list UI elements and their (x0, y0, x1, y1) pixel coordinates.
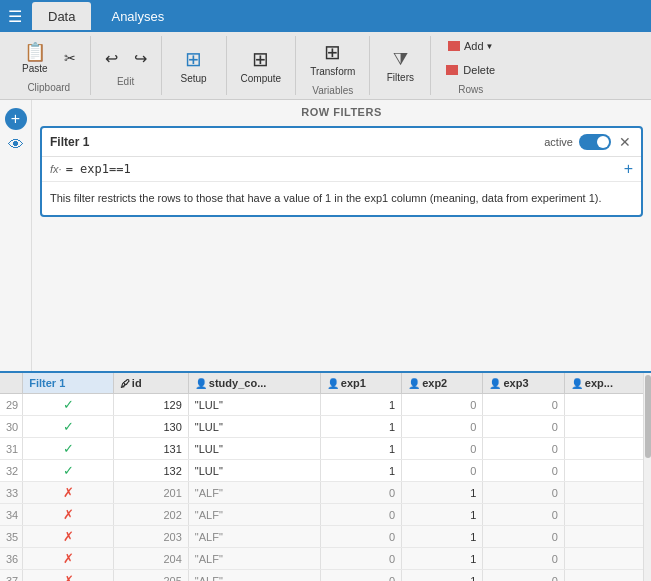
exp3-cell: 0 (483, 548, 564, 570)
cut-button[interactable]: ✂ (58, 46, 82, 70)
filter-cell: ✗ (23, 570, 114, 582)
rows-label: Rows (458, 84, 483, 95)
filter-active-label: active (544, 136, 573, 148)
rows-add-label: Add (464, 40, 484, 52)
row-number: 33 (0, 482, 23, 504)
scissors-icon: ✂ (64, 50, 76, 66)
table-row: 35✗203"ALF"010 (0, 526, 651, 548)
data-table: Filter 1 🖊id 👤study_co... 👤exp1 👤exp (0, 373, 651, 581)
exp2-cell: 1 (402, 526, 483, 548)
eye-icon: 👁 (8, 136, 24, 153)
table-scroll-area[interactable]: Filter 1 🖊id 👤study_co... 👤exp1 👤exp (0, 373, 651, 581)
undo-button[interactable]: ↩ (99, 45, 124, 72)
study-cell: "LUL" (188, 438, 320, 460)
toolbar-transform-group: ⊞ Transform Variables (296, 36, 370, 95)
toolbar-edit-group: ↩ ↪ Edit (91, 36, 162, 95)
row-number: 34 (0, 504, 23, 526)
filter-cell: ✗ (23, 548, 114, 570)
tab-data[interactable]: Data (32, 2, 91, 30)
study-col-icon: 👤 (195, 378, 207, 389)
exp4-cell (564, 482, 650, 504)
tab-analyses[interactable]: Analyses (95, 2, 180, 30)
setup-button[interactable]: ⊞ Setup (170, 43, 218, 88)
table-row: 34✗202"ALF"010 (0, 504, 651, 526)
formula-text: = exp1==1 (66, 162, 620, 176)
toolbar-compute-group: ⊞ Compute (227, 36, 297, 95)
exp3-cell: 0 (483, 416, 564, 438)
exp1-cell: 1 (320, 416, 401, 438)
check-icon: ✓ (63, 441, 74, 456)
exp3-col-icon: 👤 (489, 378, 501, 389)
exp3-cell: 0 (483, 394, 564, 416)
compute-button[interactable]: ⊞ Compute (235, 43, 288, 88)
exp2-cell: 1 (402, 570, 483, 582)
exp1-cell: 0 (320, 482, 401, 504)
study-cell: "LUL" (188, 394, 320, 416)
toolbar-filters-group: ⧩ Filters (370, 36, 431, 95)
formula-add-button[interactable]: + (624, 161, 633, 177)
filter-cell: ✓ (23, 416, 114, 438)
filter-toggle[interactable] (579, 134, 611, 150)
col-header-filter: Filter 1 (23, 373, 114, 394)
exp1-cell: 1 (320, 460, 401, 482)
redo-button[interactable]: ↪ (128, 45, 153, 72)
exp3-cell: 0 (483, 570, 564, 582)
check-icon: ✓ (63, 463, 74, 478)
exp2-cell: 0 (402, 460, 483, 482)
id-cell: 205 (113, 570, 188, 582)
cross-icon: ✗ (63, 507, 74, 522)
row-number: 29 (0, 394, 23, 416)
filter-cell: ✗ (23, 504, 114, 526)
cross-icon: ✗ (63, 573, 74, 581)
toolbar-setup-group: ⊞ Setup (162, 36, 227, 95)
toolbar-clipboard-group: 📋 Paste ✂ Clipboard (8, 36, 91, 95)
study-cell: "ALF" (188, 526, 320, 548)
rows-add-button[interactable]: Add ▼ (441, 36, 501, 56)
eye-button[interactable]: 👁 (8, 136, 24, 154)
row-num-header (0, 373, 23, 394)
filter-cell: ✓ (23, 460, 114, 482)
filters-button[interactable]: ⧩ Filters (378, 45, 422, 87)
upper-area: + 👁 ROW FILTERS Filter 1 active ✕ (0, 100, 651, 371)
row-number: 35 (0, 526, 23, 548)
exp3-cell: 0 (483, 482, 564, 504)
clipboard-label: Clipboard (27, 82, 70, 93)
add-filter-button[interactable]: + (5, 108, 27, 130)
filter-panel: ROW FILTERS Filter 1 active ✕ fx· = exp1… (32, 100, 651, 371)
filter-card: Filter 1 active ✕ fx· = exp1==1 + This f… (40, 126, 643, 217)
exp2-cell: 1 (402, 504, 483, 526)
exp2-cell: 0 (402, 394, 483, 416)
filter-icon: ⧩ (393, 49, 408, 70)
table-scrollbar[interactable] (643, 373, 651, 581)
filter-cell: ✗ (23, 526, 114, 548)
id-cell: 203 (113, 526, 188, 548)
exp1-cell: 1 (320, 394, 401, 416)
rows-delete-button[interactable]: Delete (439, 60, 502, 80)
main-area: + 👁 ROW FILTERS Filter 1 active ✕ (0, 100, 651, 581)
hamburger-icon[interactable]: ☰ (8, 7, 22, 26)
col-header-exp3: 👤exp3 (483, 373, 564, 394)
filter-close-button[interactable]: ✕ (617, 135, 633, 149)
row-number: 36 (0, 548, 23, 570)
id-cell: 204 (113, 548, 188, 570)
exp4-cell (564, 416, 650, 438)
id-cell: 202 (113, 504, 188, 526)
row-number: 32 (0, 460, 23, 482)
paste-button[interactable]: 📋 Paste (16, 39, 54, 78)
variables-label: Variables (312, 85, 353, 96)
transform-button[interactable]: ⊞ Transform (304, 36, 361, 81)
transform-label: Transform (310, 66, 355, 77)
table-row: 30✓130"LUL"100 (0, 416, 651, 438)
scrollbar-thumb (645, 375, 651, 458)
plus-icon: + (11, 110, 20, 128)
filter-panel-header: ROW FILTERS (32, 100, 651, 122)
filter-area: Filter 1 active ✕ fx· = exp1==1 + This f… (32, 122, 651, 371)
filter-cell: ✗ (23, 482, 114, 504)
study-cell: "ALF" (188, 504, 320, 526)
cross-icon: ✗ (63, 529, 74, 544)
filter-card-header: Filter 1 active ✕ (42, 128, 641, 157)
exp2-cell: 0 (402, 416, 483, 438)
row-number: 31 (0, 438, 23, 460)
exp3-cell: 0 (483, 526, 564, 548)
study-cell: "ALF" (188, 570, 320, 582)
